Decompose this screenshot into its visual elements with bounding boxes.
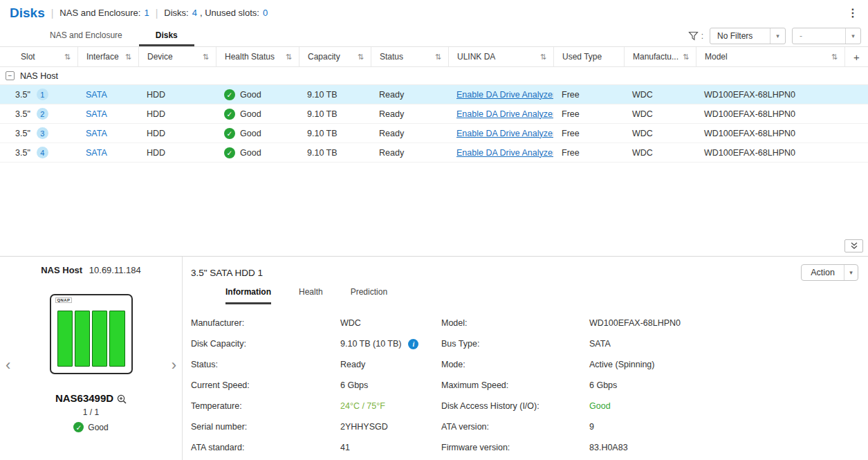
detail-title: 3.5" SATA HDD 1 [191,264,263,278]
table-row[interactable]: 3.5" 1 SATA HDD ✓ Good 9.10 TB Ready Ena… [0,85,868,104]
table-row[interactable]: 3.5" 3 SATA HDD ✓ Good 9.10 TB Ready Ena… [0,124,868,143]
col-header-device[interactable]: Device ⇅ [138,47,216,66]
disk-capacity-value: 9.10 TB (10 TB) i [340,339,441,349]
nas-host-ip: 10.69.11.184 [89,265,141,275]
enable-da-drive-analyzer-link[interactable]: Enable DA Drive Analyzer [456,109,553,119]
slot-cell: 3.5" 2 [0,108,77,120]
manufacturer-cell: WDC [624,148,696,158]
filter-select[interactable]: No Filters ▾ [710,28,786,44]
ata-version-value: 9 [589,422,858,432]
tab-health[interactable]: Health [299,287,323,304]
interface-cell: SATA [77,148,138,158]
tab-prediction[interactable]: Prediction [351,287,387,304]
detail-header: 3.5" SATA HDD 1 Action ▾ [191,264,858,281]
nas-host-line: NAS Host 10.69.11.184 [41,265,141,275]
health-cell: ✓ Good [216,128,299,139]
ulink-da-cell: Enable DA Drive Analyzer [448,148,553,158]
slot-cell: 3.5" 3 [0,127,77,139]
prev-enclosure-arrow[interactable]: ‹ [6,358,10,373]
ulink-da-cell: Enable DA Drive Analyzer [448,90,553,100]
unused-slots-value: 0 [263,8,268,18]
status-cell: Ready [371,148,448,158]
nas-host-label: NAS Host [41,265,82,275]
col-header-slot[interactable]: Slot ⇅ [0,47,77,66]
nas-enclosure-panel: NAS Host 10.69.11.184 QNAP ‹ › NAS63499D [0,257,183,460]
col-header-ulink-da[interactable]: ULINK DA ⇅ [448,47,553,66]
info-icon[interactable]: i [408,339,418,349]
col-label: Used Type [562,52,602,62]
collapse-group-icon[interactable]: − [6,71,15,80]
action-button[interactable]: Action ▾ [801,264,858,281]
col-header-status[interactable]: Status ⇅ [371,47,448,66]
enable-da-drive-analyzer-link[interactable]: Enable DA Drive Analyzer [456,129,553,138]
tab-bar: NAS and Enclosure Disks : No Filters ▾ -… [0,26,868,47]
filter-select-value: No Filters [710,31,752,41]
health-good-icon: ✓ [224,89,235,100]
field-row: Temperature: 24°C / 75°F Disk Access His… [191,396,858,416]
filter-funnel-icon[interactable]: : [688,31,703,41]
slot-number-badge: 3 [37,127,48,139]
field-row: Manufacturer: WDC Model: WD100EFAX-68LHP… [191,313,858,333]
enable-da-drive-analyzer-link[interactable]: Enable DA Drive Analyzer [456,148,553,158]
health-label: Good [240,90,261,100]
disk-capacity-text: 9.10 TB (10 TB) [340,339,401,349]
status-cell: Ready [371,90,448,100]
current-speed-value: 6 Gbps [340,380,441,390]
slot-size-label: 3.5" [15,90,30,100]
col-header-used-type[interactable]: Used Type [553,47,624,66]
drive-bays [57,311,125,367]
nas-status: ✓ Good [73,422,108,432]
disks-count-value: 4 [192,8,197,18]
nas-name: NAS63499D [55,392,113,404]
more-menu-icon[interactable]: ⋮ [847,6,858,19]
slot-cell: 3.5" 1 [0,89,77,100]
detail-panel: NAS Host 10.69.11.184 QNAP ‹ › NAS63499D [0,256,868,460]
col-header-manufacturer[interactable]: Manufactu... ⇅ [624,47,696,66]
disks-count-label: Disks: [164,8,188,18]
model-cell: WD100EFAX-68LHPN0 [696,129,868,138]
information-fields: Manufacturer: WDC Model: WD100EFAX-68LHP… [191,313,858,458]
health-good-icon: ✓ [224,128,235,139]
tab-nas-and-enclosure[interactable]: NAS and Enclosure [33,26,139,46]
col-header-capacity[interactable]: Capacity ⇅ [299,47,371,66]
tab-information[interactable]: Information [225,287,271,304]
used-type-cell: Free [553,90,624,100]
current-speed-label: Current Speed: [191,380,340,390]
table-empty-area [0,163,868,256]
col-label: Status [380,52,403,62]
drive-bay-2 [75,311,90,367]
col-header-interface[interactable]: Interface ⇅ [77,47,138,66]
table-row[interactable]: 3.5" 4 SATA HDD ✓ Good 9.10 TB Ready Ena… [0,143,868,163]
field-row: Serial number: 2YHHYSGD ATA version: 9 [191,416,858,437]
enable-da-drive-analyzer-link[interactable]: Enable DA Drive Analyzer [456,90,553,100]
separator: | [51,8,54,19]
group-row-nas-host[interactable]: − NAS Host [0,67,868,85]
nas-device-illustration[interactable]: QNAP [50,294,133,374]
sort-icon: ⇅ [203,53,209,62]
health-cell: ✓ Good [216,109,299,120]
col-header-health-status[interactable]: Health Status ⇅ [216,47,299,66]
chevron-down-icon: ▾ [770,28,785,44]
drive-bay-3 [92,311,107,367]
tab-disks[interactable]: Disks [139,26,194,46]
serial-number-value: 2YHHYSGD [340,422,441,432]
status-label: Status: [191,360,340,369]
magnifier-zoom-icon[interactable] [117,394,127,404]
secondary-select[interactable]: - ▾ [792,28,861,44]
status-cell: Ready [371,129,448,138]
next-enclosure-arrow[interactable]: › [172,358,176,373]
col-header-model[interactable]: Model ⇅ [696,47,844,66]
qnap-logo: QNAP [55,297,73,303]
health-good-icon: ✓ [224,109,235,120]
model-value: WD100EFAX-68LHPN0 [589,318,858,328]
collapse-detail-panel-button[interactable] [844,239,863,252]
field-row: Status: Ready Mode: Active (Spinning) [191,354,858,375]
add-column-button[interactable]: + [844,47,868,66]
table-row[interactable]: 3.5" 2 SATA HDD ✓ Good 9.10 TB Ready Ena… [0,104,868,124]
health-label: Good [240,109,261,119]
chevron-down-icon: ▾ [845,28,860,44]
col-label: Slot [21,52,35,62]
model-label: Model: [441,318,589,328]
sort-icon: ⇅ [683,53,689,62]
funnel-icon [688,31,699,41]
